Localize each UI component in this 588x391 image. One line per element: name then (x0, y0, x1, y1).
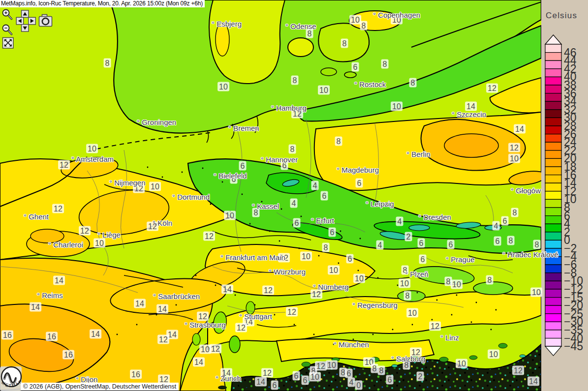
scale-box (545, 289, 561, 298)
snapshot-button[interactable] (39, 15, 52, 27)
scale-box (545, 330, 561, 338)
scale-box (545, 134, 561, 143)
scale-box (545, 60, 561, 69)
scale-box (545, 273, 561, 281)
temperature-scale: 4644424038363432302826242220181614121086… (541, 0, 588, 391)
scale-box (545, 314, 561, 322)
fullscreen-button[interactable] (3, 38, 14, 49)
scale-box (545, 338, 561, 347)
scale-box (545, 265, 561, 273)
scale-label: −45 (564, 340, 583, 353)
scale-box (545, 208, 561, 216)
scale-box (545, 110, 561, 118)
scale-box (545, 101, 561, 110)
scale-box (545, 191, 561, 200)
scale-box (545, 216, 561, 224)
scale-box (545, 257, 561, 265)
scale-box (545, 85, 561, 93)
scale-box (545, 240, 561, 248)
pan-left-button[interactable] (16, 17, 24, 25)
pan-down-button[interactable] (22, 25, 29, 32)
pan-right-button[interactable] (29, 17, 36, 25)
map-canvas[interactable] (0, 0, 541, 391)
metmaps-app: ° Esbjerg° Odense° Copenhagen° Rostock° … (0, 0, 588, 391)
weather-map[interactable] (0, 0, 541, 391)
scale-arrow-bottom (545, 346, 561, 356)
scale-box (545, 281, 561, 289)
scale-box (545, 53, 561, 61)
scale-box (545, 199, 561, 208)
scale-box (545, 77, 561, 85)
scale-box (545, 126, 561, 134)
scale-box (545, 118, 561, 126)
scale-box (545, 183, 561, 191)
scale-box (545, 232, 561, 241)
attribution[interactable]: © 2026 (AGB), OpenStreetMap, Deutscher W… (21, 383, 179, 391)
pan-up-button[interactable] (22, 10, 29, 18)
scale-box (545, 167, 561, 175)
scale-box (545, 305, 561, 314)
scale-box (545, 298, 561, 306)
scale-box (545, 322, 561, 330)
legend-panel: Celsius 46444240383634323028262422201816… (541, 0, 588, 391)
scale-box (545, 158, 561, 167)
scale-box (545, 142, 561, 150)
scale-box (545, 93, 561, 102)
zoom-in-button[interactable] (3, 10, 12, 19)
zoom-out-button[interactable] (3, 25, 12, 34)
scale-box (545, 175, 561, 183)
scale-box (545, 248, 561, 257)
scale-box (545, 150, 561, 159)
scale-box (545, 44, 561, 53)
scale-box (545, 224, 561, 232)
scale-box (545, 69, 561, 77)
map-controls (0, 0, 59, 54)
scale-arrow-top (545, 35, 561, 44)
